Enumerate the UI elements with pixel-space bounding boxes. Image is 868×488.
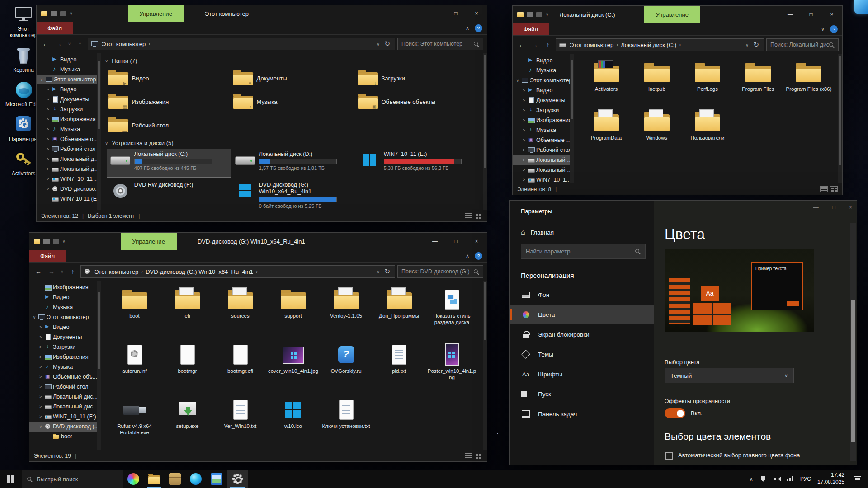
- tree-expand-icon[interactable]: >: [46, 167, 50, 171]
- tree-item[interactable]: > WIN7_10_11 (E:): [37, 174, 101, 184]
- tree-expand-icon[interactable]: >: [522, 108, 526, 113]
- address-dropdown-icon[interactable]: ∨: [376, 269, 381, 274]
- sidebar-scrollbar[interactable]: [570, 54, 574, 183]
- help-icon[interactable]: ?: [475, 252, 482, 260]
- tree-expand-icon[interactable]: >: [522, 138, 526, 142]
- file-item[interactable]: Program Files (x86): [783, 59, 834, 108]
- qat-button-icon[interactable]: [43, 239, 50, 244]
- manage-ribbon-tab[interactable]: Управление: [644, 6, 700, 23]
- file-item[interactable]: Activators: [581, 59, 632, 108]
- menu-item[interactable]: [561, 23, 572, 35]
- tree-item[interactable]: > Документы: [513, 95, 574, 105]
- folder-item[interactable]: ▣ Объемные объекты: [356, 90, 481, 113]
- volume-icon[interactable]: [773, 475, 780, 483]
- folder-item[interactable]: ↓ Загрузки: [356, 66, 481, 90]
- file-menu-button[interactable]: Файл: [513, 23, 549, 35]
- tree-expand-icon[interactable]: >: [46, 97, 50, 102]
- sidebar-scrollbar[interactable]: [97, 53, 101, 210]
- tree-item[interactable]: > Изображения: [513, 115, 574, 125]
- taskbar-app-button[interactable]: [185, 470, 206, 488]
- titlebar[interactable]: ∨ Управление DVD-дисковод (G:) Win10_x64…: [29, 233, 487, 250]
- up-button[interactable]: ↑: [67, 266, 78, 277]
- file-menu-button[interactable]: Файл: [29, 250, 66, 262]
- tree-item[interactable]: > Музыка: [29, 362, 101, 372]
- menu-item[interactable]: [77, 250, 89, 262]
- thumbnails-view-icon[interactable]: [475, 213, 482, 219]
- tree-expand-icon[interactable]: >: [522, 88, 526, 93]
- search-icon[interactable]: [829, 42, 835, 48]
- tree-item[interactable]: Видео: [513, 56, 574, 66]
- tree-item[interactable]: > WIN7_10_11 (E:): [513, 175, 574, 185]
- breadcrumb-label[interactable]: Локальный диск (C:): [619, 42, 678, 48]
- address-dropdown-icon[interactable]: ∨: [745, 42, 750, 47]
- qat-dropdown-icon[interactable]: ∨: [70, 11, 73, 16]
- settings-nav-item[interactable]: Темы: [510, 344, 654, 364]
- tree-expand-icon[interactable]: >: [46, 117, 50, 122]
- breadcrumb-item[interactable]: Этот компьютер ›: [93, 268, 144, 275]
- ribbon-collapse-icon[interactable]: ∨: [821, 26, 825, 32]
- transparency-toggle[interactable]: [665, 408, 685, 418]
- forward-button[interactable]: →: [46, 266, 57, 277]
- file-item[interactable]: bootmgr: [161, 341, 214, 396]
- tree-expand-icon[interactable]: >: [522, 128, 526, 132]
- tree-item[interactable]: > Изображения: [29, 352, 101, 362]
- refresh-icon[interactable]: ↻: [382, 267, 392, 276]
- search-icon[interactable]: [473, 269, 479, 275]
- settings-scrollbar[interactable]: [850, 223, 856, 461]
- notification-center-button[interactable]: [851, 476, 864, 482]
- tree-item[interactable]: > Локальный дис...: [513, 165, 574, 175]
- titlebar[interactable]: ∨ Локальный диск (C:) Управление — □ ×: [513, 6, 842, 23]
- file-menu-button[interactable]: Файл: [37, 22, 73, 34]
- address-bar[interactable]: Этот компьютер › DVD-дисковод (G:) Win10…: [80, 265, 395, 278]
- tree-item[interactable]: > Видео: [29, 322, 101, 332]
- tree-expand-icon[interactable]: >: [38, 335, 43, 339]
- file-item[interactable]: PerfLogs: [682, 59, 733, 108]
- manage-ribbon-tab[interactable]: Управление: [128, 5, 184, 22]
- menu-item[interactable]: [549, 23, 561, 35]
- address-bar[interactable]: Этот компьютер › Локальный диск (C:) › ∨…: [556, 38, 764, 51]
- tree-expand-icon[interactable]: >: [46, 157, 50, 161]
- qat-dropdown-icon[interactable]: ∨: [546, 12, 549, 17]
- group-header-folders[interactable]: ∨ Папки (7): [105, 55, 481, 66]
- file-item[interactable]: w10.ico: [267, 396, 320, 450]
- minimize-button[interactable]: —: [425, 5, 445, 22]
- drive-item[interactable]: DVD-дисковод (G:) Win10_x64_Ru_4in1 0 ба…: [231, 179, 356, 210]
- menu-item[interactable]: [96, 22, 108, 34]
- tree-expand-icon[interactable]: >: [38, 375, 43, 379]
- ribbon-collapse-icon[interactable]: ∧: [466, 25, 469, 31]
- settings-nav-item[interactable]: Цвета: [510, 305, 654, 324]
- file-item[interactable]: setup.exe: [161, 396, 214, 450]
- maximize-button[interactable]: □: [445, 233, 466, 250]
- taskbar-search-input[interactable]: Быстрый поиск: [22, 470, 123, 488]
- settings-nav-item[interactable]: Экран блокировки: [510, 324, 654, 344]
- breadcrumb-item[interactable]: Локальный диск (C:) ›: [619, 42, 682, 48]
- file-item[interactable]: Windows: [632, 108, 682, 157]
- refresh-icon[interactable]: ↻: [382, 40, 392, 48]
- details-view-icon[interactable]: [465, 213, 472, 219]
- thumbnails-view-icon[interactable]: [475, 453, 482, 459]
- manage-ribbon-tab[interactable]: Управление: [121, 233, 177, 250]
- settings-nav-item[interactable]: Шрифты: [510, 364, 654, 384]
- menu-item[interactable]: [101, 250, 113, 262]
- tree-item[interactable]: > Рабочий стол: [513, 145, 574, 155]
- tree-expand-icon[interactable]: >: [522, 148, 526, 152]
- file-item[interactable]: Доп_Программы: [373, 286, 425, 341]
- tree-item[interactable]: ∨ Этот компьютер: [513, 75, 574, 85]
- tree-expand-icon[interactable]: >: [522, 118, 526, 122]
- qat-button-icon[interactable]: [536, 12, 542, 17]
- tree-expand-icon[interactable]: >: [38, 414, 43, 419]
- tree-item[interactable]: > WIN7_10_11 (E:): [29, 412, 101, 422]
- details-view-icon[interactable]: [465, 453, 472, 459]
- qat-button-icon[interactable]: [60, 11, 66, 16]
- back-button[interactable]: ←: [516, 39, 527, 51]
- minimize-button[interactable]: —: [813, 204, 819, 211]
- tree-item[interactable]: ∨ Этот компьютер: [29, 312, 101, 322]
- tree-expand-icon[interactable]: >: [46, 87, 50, 92]
- close-button[interactable]: ×: [466, 5, 487, 22]
- forward-button[interactable]: →: [529, 39, 540, 51]
- maximize-button[interactable]: □: [801, 6, 821, 23]
- menu-item[interactable]: [572, 23, 584, 35]
- refresh-icon[interactable]: ↻: [751, 41, 761, 49]
- tree-item[interactable]: > Рабочий стол: [29, 382, 101, 392]
- file-item[interactable]: Пользователи: [682, 108, 733, 157]
